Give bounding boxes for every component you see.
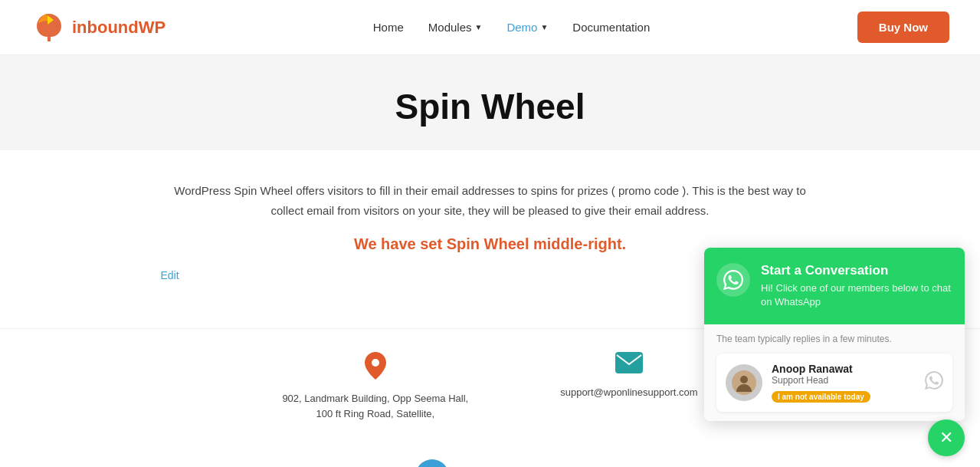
wa-title: Start a Conversation (761, 263, 952, 278)
demo-arrow-icon: ▼ (540, 23, 548, 31)
wa-header-text: Start a Conversation Hi! Click one of ou… (761, 263, 952, 309)
wa-member-role: Support Head (772, 375, 916, 386)
wa-member-info: Anoop Ranawat Support Head I am not avai… (772, 363, 916, 403)
wa-member-name: Anoop Ranawat (772, 363, 916, 375)
email-text: support@wponlinesupport.com (560, 385, 697, 400)
nav-demo[interactable]: Demo ▼ (506, 21, 548, 34)
whatsapp-icon (716, 263, 750, 297)
svg-rect-1 (615, 352, 643, 373)
edit-link[interactable]: Edit (161, 269, 179, 281)
location-icon (365, 352, 386, 385)
email-col: support@wponlinesupport.com (560, 352, 697, 421)
nav-home[interactable]: Home (373, 21, 404, 34)
navbar: inboundWP Home Modules ▼ Demo ▼ Document… (0, 0, 980, 55)
wa-header: Start a Conversation Hi! Click one of ou… (704, 248, 965, 324)
wa-chat-icon[interactable] (925, 371, 943, 394)
nav-links: Home Modules ▼ Demo ▼ Documentation (373, 21, 650, 34)
page-title: Spin Wheel (15, 86, 965, 127)
email-icon (615, 352, 643, 379)
nav-modules[interactable]: Modules ▼ (428, 21, 483, 34)
svg-point-0 (372, 359, 379, 367)
nav-documentation[interactable]: Documentation (572, 21, 650, 34)
logo[interactable]: inboundWP (31, 9, 166, 46)
wa-status-badge: I am not available today (772, 391, 870, 403)
svg-point-3 (740, 376, 748, 383)
modules-arrow-icon: ▼ (475, 23, 483, 31)
wa-member-item[interactable]: Anoop Ranawat Support Head I am not avai… (716, 354, 952, 412)
buy-now-button[interactable]: Buy Now (857, 12, 949, 43)
main-description: WordPress Spin Wheel offers visitors to … (161, 181, 820, 220)
address-text: 902, Landmark Building, Opp Seema Hall, … (282, 391, 468, 421)
wa-reply-note: The team typically replies in a few minu… (716, 334, 952, 344)
phone-section: +91-079-4895 7799 (0, 444, 980, 467)
address-col: 902, Landmark Building, Opp Seema Hall, … (282, 352, 468, 421)
wa-body: The team typically replies in a few minu… (704, 324, 965, 421)
wa-avatar (726, 364, 762, 401)
wa-subtitle: Hi! Click one of our members below to ch… (761, 281, 952, 309)
wa-close-button[interactable]: ✕ (928, 419, 965, 456)
whatsapp-widget: Start a Conversation Hi! Click one of ou… (704, 248, 965, 421)
phone-icon (415, 459, 449, 467)
hero-band: Spin Wheel (0, 55, 980, 150)
logo-text: inboundWP (72, 18, 166, 38)
